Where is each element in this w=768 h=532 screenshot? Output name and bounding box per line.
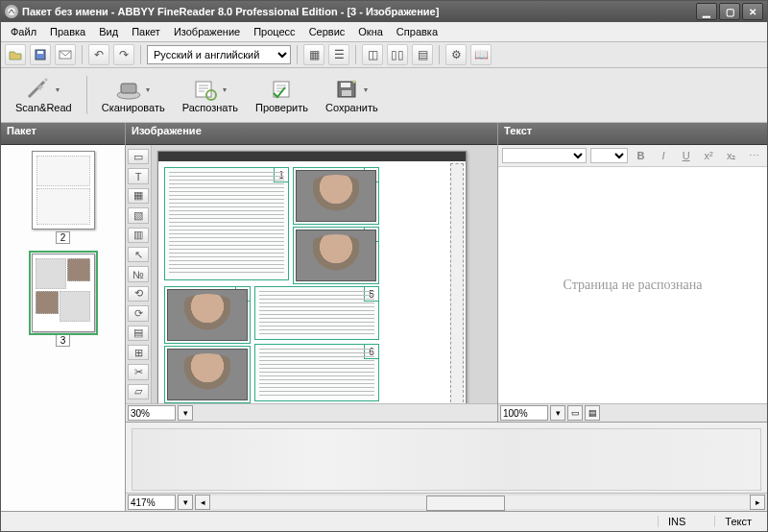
- close-button[interactable]: ✕: [742, 3, 763, 20]
- svg-rect-10: [341, 83, 350, 87]
- maximize-button[interactable]: ▢: [719, 3, 740, 20]
- subscript-icon[interactable]: x₂: [722, 147, 741, 164]
- italic-icon[interactable]: I: [654, 147, 673, 164]
- table-split-tool-icon[interactable]: ⊞: [128, 345, 149, 360]
- text-viewport[interactable]: Страница не распознана: [498, 167, 767, 403]
- image-toolbar: ▭ T ▦ ▧ ▥ ↖ № ⟲ ⟳ ▤ ⊞ ✂ ▱: [126, 145, 152, 403]
- picture-zone-tool-icon[interactable]: ▧: [128, 207, 149, 223]
- main-area: Изображение ▭ T ▦ ▧ ▥ ↖ № ⟲ ⟳ ▤: [126, 123, 767, 511]
- redo-icon[interactable]: ↷: [113, 44, 134, 65]
- font-size-select[interactable]: [590, 148, 628, 163]
- save-big-button[interactable]: ▾ Сохранить: [317, 74, 387, 116]
- barcode-zone-tool-icon[interactable]: ▥: [128, 228, 149, 243]
- batch-pane: Пакет 2 3: [1, 123, 126, 511]
- layout-toggle2-icon[interactable]: ▤: [585, 405, 600, 421]
- menu-bar: Файл Правка Вид Пакет Изображение Процес…: [1, 22, 767, 42]
- magnifier-zoom-input[interactable]: [128, 495, 176, 510]
- mail-icon[interactable]: [55, 44, 76, 65]
- layout-2-icon[interactable]: ▯▯: [387, 44, 408, 65]
- image-zoom-input[interactable]: [128, 405, 176, 421]
- menu-edit[interactable]: Правка: [44, 24, 91, 39]
- menu-view[interactable]: Вид: [93, 24, 124, 39]
- pointer-tool-icon[interactable]: ↖: [128, 247, 149, 262]
- zoom-viewport[interactable]: [126, 423, 767, 493]
- dropdown-icon[interactable]: ▾: [361, 77, 371, 102]
- text-zoom-input[interactable]: [500, 405, 548, 421]
- open-icon[interactable]: [5, 44, 26, 65]
- scroll-thumb[interactable]: [426, 496, 505, 511]
- dictionary-icon[interactable]: 📖: [470, 44, 492, 65]
- read-button[interactable]: ▾ Распознать: [174, 74, 247, 116]
- read-icon: [191, 77, 220, 102]
- separator: [297, 45, 298, 64]
- page-thumbnail[interactable]: 2: [31, 151, 96, 244]
- menu-tools[interactable]: Сервис: [303, 24, 351, 39]
- layout-toggle-icon[interactable]: ▭: [567, 405, 583, 421]
- eraser-tool-icon[interactable]: ▱: [128, 384, 149, 399]
- dropdown-icon[interactable]: ▾: [220, 77, 229, 102]
- minimize-button[interactable]: ▁: [696, 3, 717, 20]
- save-icon[interactable]: [30, 44, 51, 65]
- zoom-dropdown-icon[interactable]: ▾: [550, 405, 565, 421]
- table-zone-tool-icon[interactable]: ▦: [128, 188, 149, 204]
- rotate-right-icon[interactable]: ⟳: [128, 305, 149, 321]
- separator: [82, 45, 83, 64]
- options-icon[interactable]: ⚙: [445, 44, 467, 65]
- svg-rect-2: [37, 51, 43, 54]
- text-placeholder: Страница не распознана: [564, 278, 703, 293]
- scan-and-read-button[interactable]: ▾ Scan&Read: [7, 74, 81, 116]
- table-grid-tool-icon[interactable]: ▤: [128, 326, 149, 341]
- page-number: 2: [56, 231, 71, 244]
- undo-icon[interactable]: ↶: [88, 44, 109, 65]
- main-toolbar: ▾ Scan&Read ▾ Сканировать ▾ Распознать П…: [1, 68, 767, 123]
- dropdown-icon[interactable]: ▾: [53, 77, 62, 102]
- check-label: Проверить: [255, 102, 308, 113]
- svg-rect-8: [274, 82, 289, 97]
- scroll-left-icon[interactable]: ◂: [195, 495, 210, 510]
- window-title: Пакет без имени - ABBYY FineReader 8.0 P…: [22, 6, 696, 17]
- font-family-select[interactable]: [502, 148, 587, 163]
- view-details-icon[interactable]: ☰: [328, 44, 349, 65]
- menu-process[interactable]: Процесс: [248, 24, 300, 39]
- text-options-icon[interactable]: ⋯: [744, 147, 763, 164]
- scan-button[interactable]: ▾ Сканировать: [93, 74, 174, 116]
- underline-icon[interactable]: U: [677, 147, 696, 164]
- separator: [439, 45, 440, 64]
- view-thumbs-icon[interactable]: ▦: [303, 44, 324, 65]
- rotate-left-icon[interactable]: ⟲: [128, 286, 149, 302]
- svg-rect-5: [121, 84, 136, 93]
- menu-windows[interactable]: Окна: [352, 24, 389, 39]
- superscript-icon[interactable]: x²: [699, 147, 718, 164]
- svg-point-4: [117, 91, 140, 99]
- crop-tool-icon[interactable]: ✂: [128, 364, 149, 379]
- text-zone-tool-icon[interactable]: T: [128, 168, 149, 183]
- svg-rect-1: [36, 50, 45, 60]
- renumber-tool-icon[interactable]: №: [128, 266, 149, 281]
- select-tool-icon[interactable]: ▭: [128, 149, 149, 164]
- menu-help[interactable]: Справка: [391, 24, 444, 39]
- menu-file[interactable]: Файл: [5, 24, 42, 39]
- image-viewport[interactable]: 1 2 3: [152, 145, 497, 403]
- scroll-track[interactable]: [210, 496, 750, 509]
- page-thumbnail[interactable]: 3: [31, 254, 96, 347]
- menu-image[interactable]: Изображение: [168, 24, 246, 39]
- svg-rect-9: [338, 82, 355, 97]
- layout-1-icon[interactable]: ◫: [362, 44, 383, 65]
- app-icon: [5, 5, 18, 18]
- language-select[interactable]: Русский и английский: [147, 45, 291, 64]
- zoom-pane: ▾ ◂ ▸: [126, 422, 767, 511]
- title-bar: Пакет без имени - ABBYY FineReader 8.0 P…: [1, 1, 767, 22]
- text-pane: Текст B I U x² x₂ ⋯ Страница не распозна…: [498, 123, 767, 422]
- layout-3-icon[interactable]: ▤: [412, 44, 433, 65]
- menu-batch[interactable]: Пакет: [126, 24, 166, 39]
- text-toolbar: B I U x² x₂ ⋯: [498, 145, 767, 167]
- scroll-right-icon[interactable]: ▸: [750, 495, 765, 510]
- check-button[interactable]: Проверить: [247, 74, 317, 116]
- zoom-dropdown-icon[interactable]: ▾: [178, 495, 193, 510]
- zoom-dropdown-icon[interactable]: ▾: [178, 405, 193, 421]
- status-ins: INS: [658, 516, 695, 527]
- bold-icon[interactable]: B: [632, 147, 651, 164]
- svg-rect-6: [196, 82, 211, 97]
- magnifier-zoom-bar: ▾ ◂ ▸: [126, 493, 767, 511]
- dropdown-icon[interactable]: ▾: [143, 77, 153, 102]
